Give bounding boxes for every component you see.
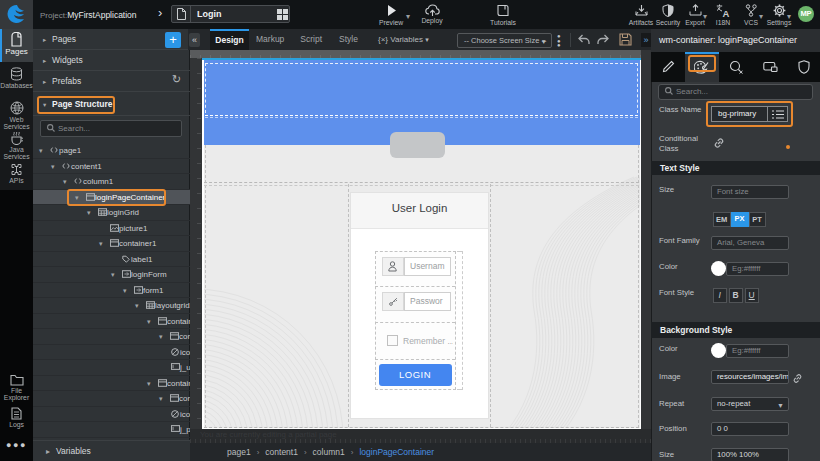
svg-text:A: A (722, 8, 729, 18)
